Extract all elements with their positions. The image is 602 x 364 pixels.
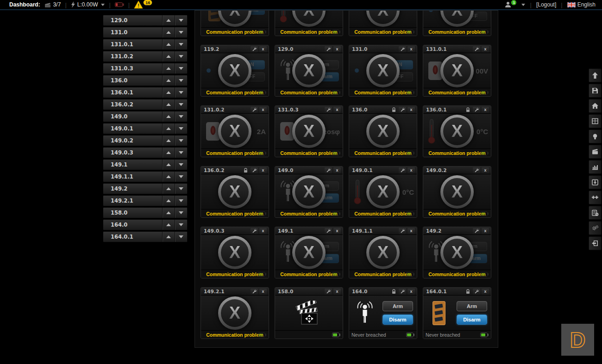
tile-close-button[interactable]: x	[482, 289, 489, 295]
move-up-button[interactable]	[162, 160, 175, 170]
move-down-button[interactable]	[175, 148, 187, 158]
move-up-button[interactable]	[162, 184, 175, 194]
move-down-button[interactable]	[175, 208, 187, 218]
tile-settings-button[interactable]	[399, 289, 406, 295]
move-up-button[interactable]	[162, 136, 175, 146]
tile-settings-button[interactable]	[325, 228, 332, 234]
tile-close-button[interactable]: x	[482, 107, 489, 113]
move-down-button[interactable]	[175, 232, 187, 242]
move-down-button[interactable]	[175, 87, 187, 98]
tile-close-button[interactable]: x	[333, 228, 341, 234]
move-up-button[interactable]	[162, 123, 175, 134]
toolbar-logout-button[interactable]	[589, 236, 602, 250]
tile-close-button[interactable]: x	[482, 46, 489, 52]
tile-close-button[interactable]: x	[408, 228, 415, 234]
toolbar-home-button[interactable]	[589, 99, 602, 113]
move-up-button[interactable]	[162, 220, 175, 230]
user-menu[interactable]: 1	[505, 1, 525, 8]
move-up-button[interactable]	[162, 196, 175, 206]
tile-close-button[interactable]: x	[333, 167, 341, 173]
alerts-status[interactable]: ! 16	[134, 0, 154, 9]
move-down-button[interactable]	[175, 99, 187, 110]
disarm-button[interactable]: Disarm	[383, 315, 413, 325]
tile-close-button[interactable]: x	[333, 107, 341, 113]
toolbar-scroll-top-button[interactable]	[589, 68, 602, 82]
toolbar-consumption-button[interactable]	[589, 160, 602, 174]
move-down-button[interactable]	[175, 39, 187, 49]
toolbar-save-button[interactable]	[589, 84, 602, 98]
tile-settings-button[interactable]	[325, 167, 332, 173]
tile-close-button[interactable]: x	[259, 46, 267, 52]
tile-settings-button[interactable]	[251, 167, 258, 173]
move-up-button[interactable]	[162, 75, 175, 86]
arm-button[interactable]: Arm	[457, 301, 487, 311]
tile-settings-button[interactable]	[399, 107, 406, 113]
move-up-button[interactable]	[162, 148, 175, 158]
move-down-button[interactable]	[175, 184, 187, 194]
toolbar-settings-button[interactable]	[589, 221, 602, 235]
tile-settings-button[interactable]	[251, 289, 258, 295]
tile-settings-button[interactable]	[473, 107, 480, 113]
toolbar-backup-button[interactable]	[589, 175, 602, 189]
tile-settings-button[interactable]	[251, 46, 258, 52]
move-down-button[interactable]	[175, 123, 187, 134]
tile-settings-button[interactable]	[399, 167, 406, 173]
move-up-button[interactable]	[162, 63, 175, 74]
toolbar-scenes-button[interactable]	[589, 145, 602, 159]
toolbar-panels-button[interactable]	[589, 206, 602, 220]
move-down-button[interactable]	[175, 172, 187, 182]
tile-settings-button[interactable]	[251, 107, 258, 113]
tile-settings-button[interactable]	[325, 46, 332, 52]
tile-settings-button[interactable]	[325, 289, 332, 295]
toolbar-plugins-button[interactable]	[589, 191, 602, 204]
toolbar-rooms-button[interactable]	[589, 114, 602, 128]
tile-close-button[interactable]: x	[333, 289, 341, 295]
tile-close-button[interactable]: x	[408, 289, 415, 295]
move-down-button[interactable]	[175, 220, 187, 230]
move-up-button[interactable]	[162, 15, 175, 25]
tile-close-button[interactable]: x	[482, 167, 489, 173]
disarm-button[interactable]: Disarm	[457, 315, 487, 325]
move-down-button[interactable]	[175, 75, 187, 86]
move-down-button[interactable]	[175, 111, 187, 122]
tile-close-button[interactable]: x	[259, 228, 267, 234]
tile-settings-button[interactable]	[473, 167, 480, 173]
move-down-button[interactable]	[175, 27, 187, 37]
tile-close-button[interactable]: x	[408, 167, 415, 173]
tile-settings-button[interactable]	[473, 228, 480, 234]
tile-settings-button[interactable]	[325, 107, 332, 113]
move-up-button[interactable]	[162, 87, 175, 98]
tile-settings-button[interactable]	[399, 228, 406, 234]
tile-close-button[interactable]: x	[259, 167, 267, 173]
tile-close-button[interactable]: x	[482, 228, 489, 234]
move-down-button[interactable]	[175, 196, 187, 206]
move-down-button[interactable]	[175, 136, 187, 146]
toolbar-devices-button[interactable]	[589, 130, 602, 143]
move-up-button[interactable]	[162, 99, 175, 110]
tile-close-button[interactable]: x	[259, 107, 267, 113]
tile-close-button[interactable]: x	[333, 46, 341, 52]
move-up-button[interactable]	[162, 111, 175, 122]
move-up-button[interactable]	[162, 232, 175, 242]
move-up-button[interactable]	[162, 172, 175, 182]
logout-link[interactable]: [Logout]	[536, 1, 556, 8]
move-down-button[interactable]	[175, 160, 187, 170]
move-down-button[interactable]	[175, 15, 187, 25]
tile-close-button[interactable]: x	[259, 289, 267, 295]
tile-settings-button[interactable]	[473, 289, 480, 295]
power-load-dropdown[interactable]: L:0.00W	[71, 1, 105, 8]
tile-settings-button[interactable]	[473, 46, 480, 52]
tile-settings-button[interactable]	[399, 46, 406, 52]
move-down-button[interactable]	[175, 63, 187, 74]
battery-status[interactable]	[115, 2, 124, 7]
tile-settings-button[interactable]	[251, 228, 258, 234]
language-selector[interactable]: English	[567, 1, 596, 8]
move-up-button[interactable]	[162, 208, 175, 218]
move-up-button[interactable]	[162, 27, 175, 37]
move-up-button[interactable]	[162, 51, 175, 62]
tile-close-button[interactable]: x	[408, 46, 415, 52]
tile-close-button[interactable]: x	[408, 107, 415, 113]
move-up-button[interactable]	[162, 39, 175, 49]
arm-button[interactable]: Arm	[383, 301, 413, 311]
move-down-button[interactable]	[175, 51, 187, 62]
